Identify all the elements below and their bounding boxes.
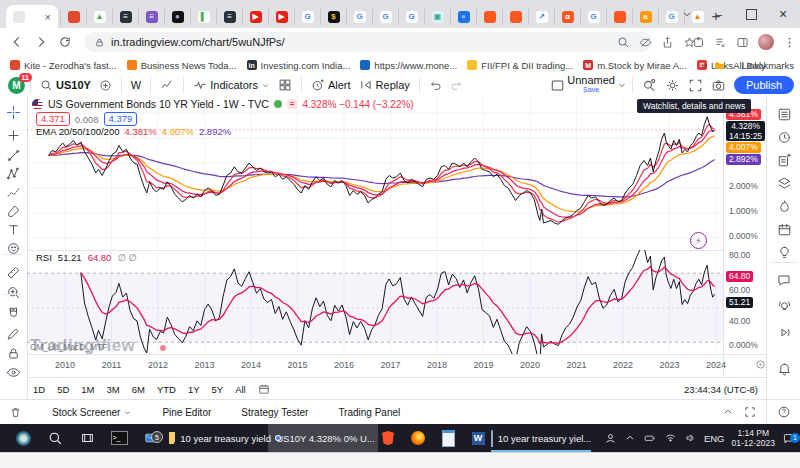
browser-tab[interactable]: G	[398, 9, 424, 25]
browser-tab[interactable]	[476, 9, 502, 25]
emoji-tool-icon[interactable]	[3, 238, 23, 258]
browser-tab[interactable]: ▶	[268, 9, 294, 25]
profile-avatar[interactable]	[758, 34, 774, 50]
symbol-legend[interactable]: US Government Bonds 10 YR Yield - 1W - T…	[32, 98, 414, 110]
browser-tab[interactable]: G	[294, 9, 320, 25]
bookmark-item[interactable]: Business News Toda...	[127, 60, 237, 71]
clock-date[interactable]: 1:14 PM 01-12-2023	[732, 428, 775, 448]
back-icon[interactable]	[10, 35, 24, 49]
crosshair-tool-icon[interactable]	[3, 102, 23, 122]
preview-off-icon[interactable]	[639, 36, 652, 49]
brush-tool-icon[interactable]	[3, 201, 23, 221]
timeframe-1d[interactable]: 1D	[27, 384, 51, 395]
year-label[interactable]: 2019	[473, 360, 493, 370]
browser-tab[interactable]: ●	[164, 9, 190, 25]
pitchfork-tool-icon[interactable]	[3, 163, 23, 183]
chrome-window[interactable]: US10Y 4.328% 0% U...	[268, 424, 378, 452]
timeframe-all[interactable]: All	[229, 384, 252, 395]
timeframe-ytd[interactable]: YTD	[151, 384, 182, 395]
statusbar-pine-editor[interactable]: Pine Editor	[162, 407, 211, 418]
layout-name-button[interactable]: Unnamed Save	[567, 76, 615, 94]
reload-icon[interactable]	[58, 35, 72, 49]
bookmark-item[interactable]: https://www.mone...	[360, 60, 457, 71]
battery-icon[interactable]	[643, 432, 657, 444]
bookmark-item[interactable]: Mm.Stock by Mirae A...	[583, 60, 687, 71]
chat-icon[interactable]	[775, 271, 793, 289]
timeframe-1y[interactable]: 1Y	[182, 384, 206, 395]
timeframe-6m[interactable]: 6M	[126, 384, 151, 395]
all-bookmarks-folder-icon[interactable]	[714, 60, 725, 71]
panel-maximize-icon[interactable]	[744, 406, 756, 418]
watchlist-icon[interactable]	[775, 105, 793, 123]
legend-title[interactable]: US Government Bonds 10 YR Yield - 1W - T…	[48, 98, 269, 110]
browser-tab[interactable]: G	[580, 9, 606, 25]
alert-button[interactable]: Alert	[307, 78, 355, 92]
notification-center-icon[interactable]: 1	[782, 432, 796, 445]
save-label[interactable]: Save	[583, 85, 599, 94]
hotlists-icon[interactable]	[775, 197, 793, 215]
price-scale[interactable]: 4.381%4.328%14:15:254.007%2.892%2.000%1.…	[723, 96, 767, 376]
news-icon[interactable]	[775, 151, 793, 169]
panel-chevron-up-icon[interactable]	[722, 406, 734, 418]
side-panel-icon[interactable]	[736, 36, 749, 49]
year-label[interactable]: 2023	[659, 360, 679, 370]
zoom-in-tool-icon[interactable]	[3, 282, 23, 302]
sticky-note-window[interactable]: 10 year treasury yield	[163, 424, 277, 452]
year-label[interactable]: 2013	[194, 360, 214, 370]
url-bar[interactable]: in.tradingview.com/chart/5wuNJfPs/	[84, 32, 652, 52]
streams-icon[interactable]	[775, 323, 793, 341]
people-icon[interactable]	[604, 432, 617, 445]
draw-lock-tool-icon[interactable]	[3, 323, 23, 343]
quick-action-lightning-icon[interactable]: ⚡	[690, 232, 707, 249]
minds-icon[interactable]	[775, 297, 793, 315]
year-label[interactable]: 2022	[613, 360, 633, 370]
browser-tab[interactable]: ●	[450, 9, 476, 25]
compare-add-icon[interactable]	[95, 79, 116, 92]
redo-icon[interactable]	[446, 79, 467, 92]
timeframe-3m[interactable]: 3M	[101, 384, 126, 395]
year-label[interactable]: 2010	[55, 360, 75, 370]
close-window-button[interactable]: ×	[770, 3, 796, 25]
tray-chevron-up-icon[interactable]	[624, 432, 636, 444]
lock-all-tool-icon[interactable]	[3, 343, 23, 363]
object-tree-icon[interactable]	[775, 174, 793, 192]
publish-button[interactable]: Publish	[734, 76, 794, 94]
chart-type-icon[interactable]	[156, 78, 178, 92]
year-label[interactable]: 2017	[380, 360, 400, 370]
bookmark-item[interactable]: FII/FPI & DII trading...	[467, 60, 573, 71]
timeframe-1m[interactable]: 1M	[75, 384, 100, 395]
forward-icon[interactable]	[34, 35, 48, 49]
year-label[interactable]: 2024	[706, 360, 726, 370]
bookmarks-overflow[interactable]: »	[701, 60, 706, 71]
time-axis[interactable]: 2010201120122013201420152016201720182019…	[27, 354, 766, 376]
remove-all-trash-icon[interactable]	[9, 406, 22, 419]
bookmark-item[interactable]: Kite - Zerodha's fast...	[10, 60, 117, 71]
settings-gear-icon[interactable]	[661, 78, 684, 93]
browser-tab[interactable]: α	[554, 9, 580, 25]
quick-search-icon[interactable]	[638, 78, 661, 93]
bookmark-item[interactable]: inInvesting.com India...	[247, 60, 351, 71]
go-to-date-icon[interactable]	[258, 383, 270, 395]
statusbar-trading-panel[interactable]: Trading Panel	[338, 407, 400, 418]
rsi-legend[interactable]: RSI 51.21 64.80 ∅ ∅	[36, 252, 137, 263]
statusbar-strategy-tester[interactable]: Strategy Tester	[241, 407, 308, 418]
browser-tab[interactable]: G	[346, 9, 372, 25]
minimize-button[interactable]: –	[706, 3, 732, 25]
hide-all-tool-icon[interactable]	[3, 362, 23, 382]
browser-tab[interactable]: $	[320, 9, 346, 25]
ema-legend[interactable]: EMA 20/50/100/200 4.381%4.007%2.892%	[36, 126, 231, 137]
wifi-icon[interactable]	[664, 432, 677, 444]
notifications-icon[interactable]	[775, 360, 793, 378]
year-label[interactable]: 2014	[241, 360, 261, 370]
browser-tab[interactable]: a	[632, 9, 658, 25]
year-label[interactable]: 2020	[520, 360, 540, 370]
help-button[interactable]	[766, 399, 800, 424]
menu-kebab-icon[interactable]	[783, 36, 796, 49]
trend-line-tool-icon[interactable]	[3, 145, 23, 165]
snapshot-camera-icon[interactable]	[707, 78, 730, 93]
forecast-tool-icon[interactable]	[3, 182, 23, 202]
axis-settings-icon[interactable]	[755, 359, 766, 370]
browser-tab[interactable]: ≡	[112, 9, 138, 25]
calendar-icon[interactable]	[775, 220, 793, 238]
zoom-page-icon[interactable]	[617, 36, 630, 49]
